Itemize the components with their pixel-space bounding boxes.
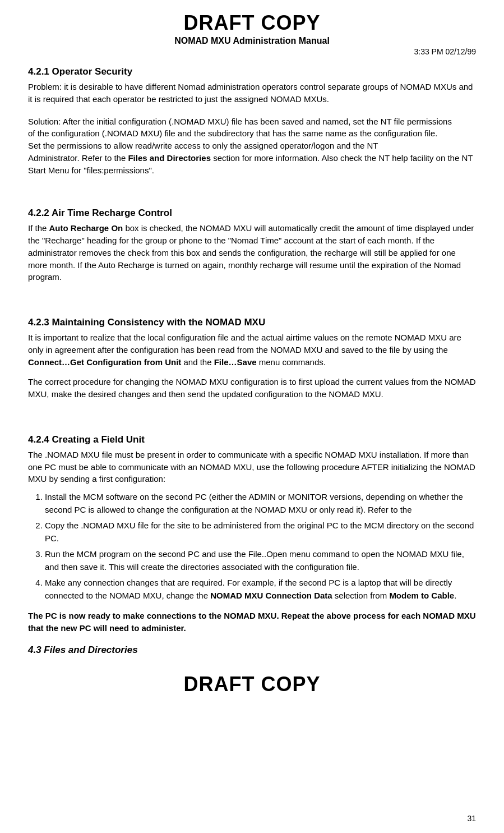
footer-title: DRAFT COPY [28,673,476,696]
section-4-2-2-para1: If the Auto Recharge On box is checked, … [28,222,476,283]
header-subtitle: NOMAD MXU Administration Manual [28,36,476,46]
list-item: Run the MCM program on the second PC and… [45,548,476,573]
page: DRAFT COPY NOMAD MXU Administration Manu… [0,0,504,833]
section-4-2-1-para2: Solution: After the initial configuratio… [28,116,476,177]
section-4-2-2: 4.2.2 Air Time Recharge Control If the A… [28,208,476,283]
list-item: Make any connection changes that are req… [45,577,476,602]
section-4-3: 4.3 Files and Directories [28,645,476,656]
section-4-2-4-list: Install the MCM software on the second P… [45,491,476,602]
page-number: 31 [467,814,476,823]
section-4-2-4-intro: The .NOMAD MXU file must be present in o… [28,449,476,485]
header-timestamp: 3:33 PM 02/12/99 [28,47,476,56]
section-4-2-3-para1: It is important to realize that the loca… [28,332,476,368]
section-4-2-2-heading: 4.2.2 Air Time Recharge Control [28,208,476,219]
section-4-2-1: 4.2.1 Operator Security Problem: it is d… [28,66,476,176]
section-4-2-3-heading: 4.2.3 Maintaining Consistency with the N… [28,317,476,328]
section-4-2-1-heading: 4.2.1 Operator Security [28,66,476,77]
list-item: Copy the .NOMAD MXU file for the site to… [45,519,476,545]
section-4-2-4-conclusion: The PC is now ready to make connections … [28,610,476,634]
section-4-2-3: 4.2.3 Maintaining Consistency with the N… [28,317,476,401]
header: DRAFT COPY NOMAD MXU Administration Manu… [28,11,476,56]
section-4-2-1-para1: Problem: it is desirable to have differe… [28,81,476,105]
section-4-2-4-heading: 4.2.4 Creating a Field Unit [28,434,476,445]
section-4-2-3-para2: The correct procedure for changing the N… [28,376,476,401]
list-item: Install the MCM software on the second P… [45,491,476,516]
header-title: DRAFT COPY [28,11,476,35]
section-4-3-heading: 4.3 Files and Directories [28,645,476,656]
section-4-2-4: 4.2.4 Creating a Field Unit The .NOMAD M… [28,434,476,634]
